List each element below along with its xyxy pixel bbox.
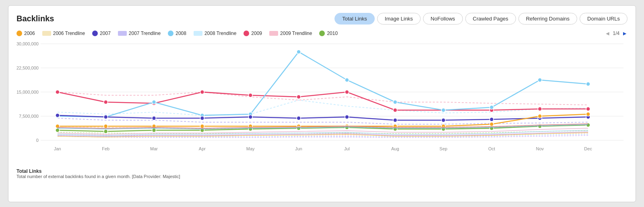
svg-text:Apr: Apr [199,146,206,151]
tab-nofollows[interactable]: NoFollows [423,13,463,25]
legend-label: 2008 Trendline [204,31,236,36]
legend-rect-icon [42,31,51,36]
svg-text:Jun: Jun [295,146,302,151]
svg-point-47 [104,115,108,119]
svg-text:7,500,000: 7,500,000 [19,113,39,118]
footer-desc: Total number of external backlinks found… [17,174,180,179]
chart-area: 30,000,000 22,500,000 15,000,000 7,500,0… [17,40,627,164]
svg-point-39 [297,50,301,54]
legend-item-2007-trendline: 2007 Trendline [118,31,161,36]
svg-point-71 [104,129,108,133]
svg-text:Mar: Mar [150,146,158,151]
legend-item-2006-trendline: 2006 Trendline [42,31,85,36]
svg-point-40 [345,78,349,82]
svg-point-42 [442,108,446,112]
legend-rect-icon [118,31,127,36]
legend-item-2010: 2010 [319,31,338,36]
svg-point-51 [297,116,301,120]
svg-point-44 [538,78,542,82]
legend-label: 2009 [251,31,262,36]
tab-image-links[interactable]: Image Links [377,13,421,25]
svg-text:30,000,000: 30,000,000 [17,41,39,46]
legend-dot-icon [244,31,249,36]
chart-svg: 30,000,000 22,500,000 15,000,000 7,500,0… [17,40,627,164]
svg-point-26 [248,93,252,97]
svg-point-68 [538,114,542,118]
legend-dot-icon [92,31,98,36]
legend-rect-icon [269,31,278,36]
svg-point-28 [345,90,349,94]
svg-point-48 [152,116,156,120]
svg-text:May: May [246,146,255,151]
svg-point-23 [104,100,108,104]
svg-point-50 [248,115,252,119]
tab-total-links[interactable]: Total Links [334,13,374,25]
legend-label: 2006 [24,31,35,36]
backlinks-card: Backlinks Total LinksImage LinksNoFollow… [8,5,636,202]
svg-text:Aug: Aug [391,146,399,151]
svg-point-49 [200,116,204,120]
svg-point-53 [393,118,397,122]
legend-row: 20062006 Trendline20072007 Trendline2008… [17,30,627,37]
svg-point-72 [152,128,156,132]
svg-text:Nov: Nov [536,146,544,151]
tab-referring-domains[interactable]: Referring Domains [518,13,577,25]
legend-item-2008-trendline: 2008 Trendline [194,31,236,36]
legend-label: 2006 Trendline [53,31,85,36]
svg-text:Oct: Oct [488,146,495,151]
svg-point-70 [56,128,60,132]
svg-text:Feb: Feb [102,146,109,151]
svg-point-22 [56,90,60,94]
svg-text:15,000,000: 15,000,000 [17,89,39,94]
svg-point-55 [489,117,493,121]
legend-item-2009: 2009 [244,31,262,36]
svg-point-61 [200,124,204,128]
tabs-container: Total LinksImage LinksNoFollowsCrawled P… [334,13,627,25]
footer-note: Total Links Total number of external bac… [17,168,627,179]
legend-label: 2009 Trendline [280,31,312,36]
legend-rect-icon [194,31,202,36]
legend-dot-icon [319,31,325,36]
legend-dot-icon [17,31,22,36]
page-title: Backlinks [17,14,54,23]
legend-label: 2008 [175,31,186,36]
legend-label: 2010 [327,31,338,36]
pagination-label: 1/4 [613,31,619,36]
pagination-next-button[interactable]: ► [622,30,627,37]
svg-point-67 [489,122,493,126]
svg-text:0: 0 [36,137,39,142]
svg-text:22,500,000: 22,500,000 [17,65,39,70]
legend-item-2009-trendline: 2009 Trendline [269,31,312,36]
legend-pagination: ◄1/4► [605,30,627,37]
svg-text:Jan: Jan [54,146,61,151]
svg-point-54 [442,118,446,122]
svg-point-32 [538,107,542,111]
footer-title: Total Links [17,168,627,174]
svg-point-69 [586,112,590,116]
svg-point-25 [200,90,204,94]
pagination-prev-button[interactable]: ◄ [605,30,611,37]
svg-point-59 [104,124,108,128]
legend-dot-icon [168,31,173,36]
legend-item-2006: 2006 [17,31,35,36]
svg-point-29 [393,108,397,112]
tab-crawled-pages[interactable]: Crawled Pages [465,13,516,25]
svg-text:Sep: Sep [440,146,448,151]
legend-item-2008: 2008 [168,31,186,36]
tab-domain-urls[interactable]: Domain URLs [580,13,627,25]
svg-text:Jul: Jul [344,146,350,151]
svg-point-46 [56,113,60,117]
svg-point-45 [586,82,590,86]
header-row: Backlinks Total LinksImage LinksNoFollow… [17,13,627,25]
svg-point-41 [393,100,397,104]
legend-label: 2007 [100,31,111,36]
svg-point-43 [489,105,493,109]
svg-point-33 [586,107,590,111]
svg-point-36 [152,100,156,104]
legend-item-2007: 2007 [92,31,111,36]
svg-point-27 [297,95,301,99]
legend-label: 2007 Trendline [129,31,161,36]
svg-point-52 [345,115,349,119]
svg-text:Dec: Dec [584,146,592,151]
